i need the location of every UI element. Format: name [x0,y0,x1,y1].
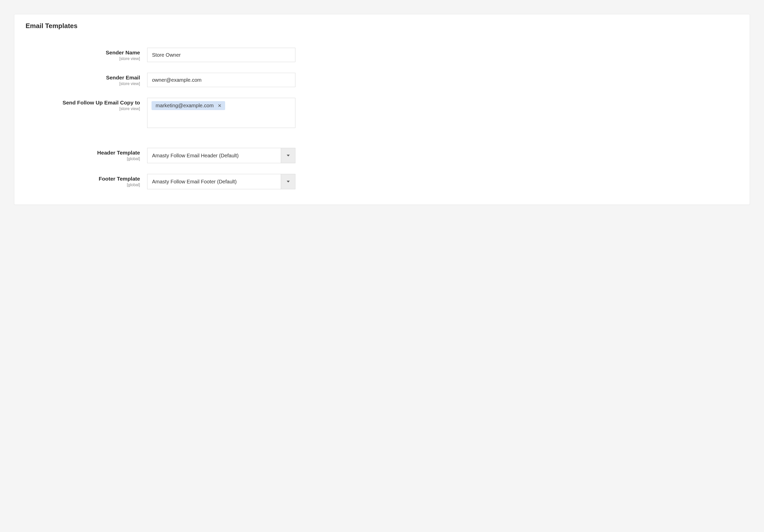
select-selected-text: Amasty Follow Email Footer (Default) [147,174,281,189]
sender-email-input[interactable] [147,73,295,87]
chevron-down-icon [281,148,295,163]
label-text: Sender Name [25,49,140,56]
scope-text: [store view] [25,57,140,61]
label-sender-name: Sender Name [store view] [25,48,147,61]
scope-text: [global] [25,183,140,187]
row-sender-name: Sender Name [store view] [25,48,739,62]
select-selected-text: Amasty Follow Email Header (Default) [147,148,281,163]
scope-text: [store view] [25,106,140,111]
sender-name-input[interactable] [147,48,295,62]
label-copy-to: Send Follow Up Email Copy to [store view… [25,98,147,111]
remove-tag-icon[interactable]: ✕ [218,103,222,108]
scope-text: [store view] [25,81,140,86]
label-text: Footer Template [25,176,140,182]
label-header-template: Header Template [global] [25,148,147,161]
tag-label: marketing@example.com [156,103,214,108]
row-copy-to: Send Follow Up Email Copy to [store view… [25,98,739,128]
label-footer-template: Footer Template [global] [25,174,147,187]
row-sender-email: Sender Email [store view] [25,73,739,87]
label-text: Sender Email [25,74,140,81]
scope-text: [global] [25,157,140,161]
header-template-select[interactable]: Amasty Follow Email Header (Default) [147,148,295,163]
row-footer-template: Footer Template [global] Amasty Follow E… [25,174,739,189]
label-text: Header Template [25,149,140,156]
section-title: Email Templates [26,22,739,30]
label-sender-email: Sender Email [store view] [25,73,147,86]
footer-template-select[interactable]: Amasty Follow Email Footer (Default) [147,174,295,189]
chevron-down-icon [281,174,295,189]
row-header-template: Header Template [global] Amasty Follow E… [25,148,739,163]
email-templates-panel: Email Templates Sender Name [store view]… [14,14,750,205]
email-tag: marketing@example.com ✕ [151,101,225,110]
label-text: Send Follow Up Email Copy to [25,99,140,106]
copy-to-tag-input[interactable]: marketing@example.com ✕ [147,98,295,128]
